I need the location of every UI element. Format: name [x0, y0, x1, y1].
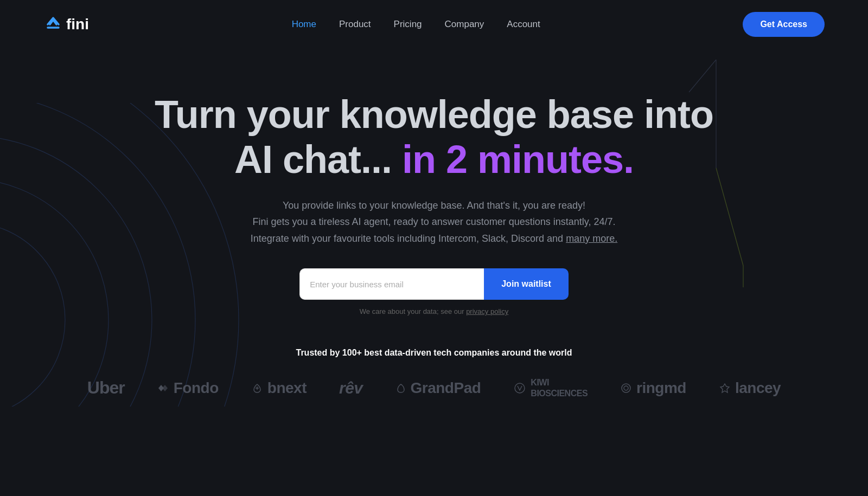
svg-line-8 — [689, 60, 716, 92]
fondo-icon — [157, 382, 169, 394]
hero-title-highlight: in 2 minutes. — [392, 138, 634, 181]
logo-text: fini — [66, 16, 89, 33]
logo-rev: rêv — [339, 379, 363, 397]
subtitle-line2: Fini gets you a tireless AI agent, ready… — [252, 216, 615, 227]
nav-link-company[interactable]: Company — [445, 19, 484, 29]
logo-uber: Uber — [87, 378, 125, 398]
svg-point-11 — [624, 386, 628, 390]
form-note-pre: We care about your data; see our — [360, 307, 466, 315]
logo-icon — [43, 15, 63, 34]
hero-subtitle: You provide links to your knowledge base… — [244, 197, 624, 247]
nav-link-product[interactable]: Product — [339, 19, 371, 29]
nav-link-account[interactable]: Account — [507, 19, 540, 29]
logo-kiwi: KIWIBIOSCIENCES — [513, 377, 588, 398]
nav-links: Home Product Pricing Company Account — [292, 19, 540, 30]
logo-ringmd: ringmd — [620, 379, 686, 397]
subtitle-link[interactable]: many more. — [566, 233, 617, 244]
get-access-button[interactable]: Get Access — [743, 12, 825, 37]
subtitle-line1: You provide links to your knowledge base… — [283, 200, 585, 211]
navbar: fini Home Product Pricing Company Accoun… — [0, 0, 868, 49]
trusted-section: Trusted by 100+ best data-driven tech co… — [43, 348, 825, 398]
hero-content: Turn your knowledge base into AI chat...… — [43, 92, 825, 315]
ringmd-icon — [620, 382, 632, 394]
join-waitlist-button[interactable]: Join waitlist — [484, 268, 569, 300]
nav-right: Get Access — [743, 12, 825, 37]
grandpad-icon — [395, 383, 406, 394]
logo-bnext: bnext — [251, 379, 307, 397]
email-input-wrap — [299, 268, 484, 300]
logo-fondo: Fondo — [157, 379, 219, 397]
svg-point-10 — [622, 384, 630, 392]
logo[interactable]: fini — [43, 15, 89, 34]
lancey-icon — [719, 382, 731, 394]
form-note: We care about your data; see our privacy… — [43, 307, 825, 315]
nav-link-pricing[interactable]: Pricing — [394, 19, 422, 29]
bnext-icon — [251, 382, 263, 394]
kiwi-icon — [513, 382, 526, 395]
nav-link-home[interactable]: Home — [292, 19, 316, 29]
hero-title: Turn your knowledge base into AI chat...… — [43, 92, 825, 182]
hero-section: Turn your knowledge base into AI chat...… — [0, 49, 868, 431]
trusted-label: Trusted by 100+ best data-driven tech co… — [43, 348, 825, 358]
logo-lancey: lancey — [719, 379, 781, 397]
email-form: Join waitlist — [43, 268, 825, 300]
hero-title-line1: Turn your knowledge base into — [155, 93, 713, 136]
logo-grandpad: GrandPad — [395, 379, 481, 397]
svg-point-9 — [515, 383, 525, 393]
subtitle-line3-pre: Integrate with your favourite tools incl… — [251, 233, 566, 244]
privacy-policy-link[interactable]: privacy policy — [466, 307, 508, 315]
logos-row: Uber Fondo bnext rêv — [43, 377, 825, 398]
email-input[interactable] — [299, 268, 484, 300]
hero-title-line2-normal: AI chat... — [234, 138, 392, 181]
